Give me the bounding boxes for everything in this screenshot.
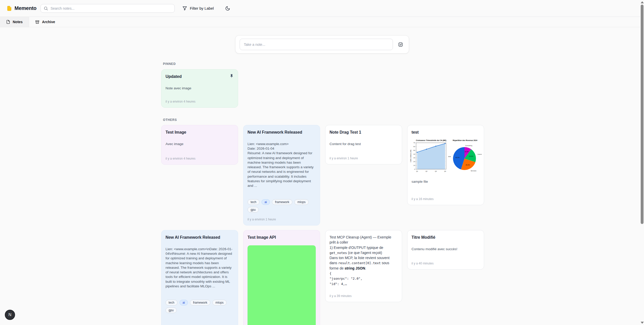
avatar-initial: N: [8, 313, 11, 317]
note-composer: [235, 35, 409, 53]
note-body: Test MCP Cleanup (Agent) — Exemple prêt …: [330, 235, 398, 286]
svg-text:Licences: Licences: [477, 153, 482, 155]
tag-pill[interactable]: framework: [272, 199, 292, 205]
filter-by-label-text: Filter by Label: [190, 6, 214, 10]
note-card-new-ai-framework-2[interactable]: New AI Framework Released Lien: <www.exa…: [161, 230, 238, 325]
user-avatar-button[interactable]: N: [5, 310, 15, 320]
tag-pill[interactable]: mlops: [212, 300, 227, 305]
scrollbar-down-arrow[interactable]: [641, 322, 644, 324]
notes-board: PINNED Updated Note avec image il y a en…: [161, 62, 484, 325]
note-timestamp: il y a environ 4 heures: [166, 95, 234, 103]
tab-notes[interactable]: Notes: [0, 17, 29, 27]
note-body: Contenu modifié avec succès!: [412, 247, 480, 251]
svg-text:10.0%: 10.0%: [464, 151, 469, 152]
note-attachment-image: [248, 245, 316, 325]
note-timestamp: il y a environ 4 heures: [166, 152, 234, 160]
main-tabs: Notes Archive: [0, 17, 644, 27]
note-timestamp: il y a environ 1 heure: [330, 152, 398, 160]
note-timestamp: il y a 39 minutes: [330, 290, 398, 298]
vertical-scrollbar: [640, 0, 644, 325]
note-title: test: [412, 130, 480, 135]
note-card-test[interactable]: test 010203040506070Q1Q2Q3Q4Croissance T…: [407, 125, 484, 205]
svg-text:Répartition des Revenus 2024: Répartition des Revenus 2024: [453, 139, 477, 142]
note-file-icon: [6, 20, 10, 24]
note-title: New AI Framework Released: [248, 130, 316, 135]
note-card-new-ai-framework-1[interactable]: New AI Framework Released Lien: <www.exa…: [243, 125, 320, 225]
note-body: Note avec image: [166, 86, 234, 91]
note-body: Lien: <www.example.com> Date: 2026-01-04…: [248, 142, 316, 188]
note-title: Note Drag Test 1: [330, 130, 398, 135]
note-body: Content for drag test: [330, 142, 398, 146]
others-grid: Test Image Avec image il y a environ 4 h…: [161, 125, 484, 325]
svg-text:Services: Services: [471, 170, 476, 172]
search-input[interactable]: [40, 4, 175, 13]
app-title: Memento: [15, 5, 36, 11]
svg-text:25.0%: 25.0%: [465, 164, 470, 166]
checklist-toggle-button[interactable]: [396, 40, 405, 49]
note-card-mcp-cleanup[interactable]: Test MCP Cleanup (Agent) — Exemple prêt …: [325, 230, 402, 302]
svg-text:Q4: Q4: [444, 171, 446, 172]
others-section-label: OTHERS: [163, 118, 484, 122]
note-title: Updated: [166, 74, 182, 79]
pinned-section-label: PINNED: [163, 62, 484, 66]
svg-text:20: 20: [413, 161, 415, 162]
tag-pill[interactable]: mlops: [294, 199, 309, 205]
scrollbar-up-arrow[interactable]: [641, 1, 644, 3]
svg-text:60: 60: [413, 146, 415, 147]
svg-text:Q1: Q1: [416, 171, 418, 172]
note-body: Avec image: [166, 142, 234, 146]
note-body: Lien: <www.example.com>\nDate: 2026-01-0…: [166, 247, 234, 289]
svg-text:Croissance Trimestrielle du CA: Croissance Trimestrielle du CA (M€): [416, 139, 446, 142]
tab-notes-label: Notes: [13, 20, 23, 24]
tag-list: techaiframeworkmlopsgpu: [166, 300, 234, 313]
note-timestamp: il y a 16 minutes: [412, 193, 480, 201]
note-timestamp: il y a environ 1 heure: [248, 213, 316, 221]
archive-icon: [35, 20, 39, 24]
tag-pill[interactable]: gpu: [248, 207, 259, 213]
svg-text:0: 0: [414, 168, 415, 170]
tag-pill[interactable]: framework: [190, 300, 210, 305]
note-timestamp: il y a 40 minutes: [412, 257, 480, 265]
line-chart-thumbnail: 010203040506070Q1Q2Q3Q4Croissance Trimes…: [409, 138, 448, 176]
note-title: Test Image API: [248, 235, 316, 240]
scrollbar-thumb[interactable]: [641, 5, 643, 224]
note-attachment-charts: 010203040506070Q1Q2Q3Q4Croissance Trimes…: [409, 138, 482, 176]
tag-pill[interactable]: ai: [180, 300, 188, 305]
note-timestamp: il y a environ 1 heure: [166, 320, 234, 325]
svg-text:Q3: Q3: [435, 171, 437, 172]
note-card-test-image[interactable]: Test Image Avec image il y a environ 4 h…: [161, 125, 238, 165]
tag-pill[interactable]: tech: [248, 199, 259, 205]
svg-text:50: 50: [413, 150, 415, 151]
pin-icon[interactable]: [229, 74, 234, 78]
take-a-note-input[interactable]: [240, 39, 393, 50]
svg-text:10: 10: [413, 165, 415, 166]
tag-list: techaiframeworkmlopsgpu: [248, 199, 316, 213]
note-title: Titre Modifié: [412, 235, 480, 240]
checkbox-icon: [398, 42, 403, 47]
moon-icon: [225, 6, 230, 11]
tag-pill[interactable]: gpu: [166, 307, 177, 313]
app-header: Memento Filter by Label: [0, 0, 644, 17]
note-body: sample file: [412, 179, 480, 184]
svg-text:30: 30: [413, 157, 415, 159]
note-card-updated[interactable]: Updated Note avec image il y a environ 4…: [161, 69, 238, 108]
note-card-titre-modifie[interactable]: Titre Modifié Contenu modifié avec succè…: [407, 230, 484, 270]
svg-text:40: 40: [413, 153, 415, 155]
svg-text:Consulting: Consulting: [465, 145, 472, 146]
note-card-drag-test[interactable]: Note Drag Test 1 Content for drag test i…: [325, 125, 402, 164]
search-box: [40, 4, 175, 13]
svg-text:Produits: Produits: [448, 156, 451, 157]
funnel-icon: [182, 6, 187, 11]
note-card-test-image-api[interactable]: Test Image API: [243, 230, 320, 325]
theme-toggle-button[interactable]: [224, 4, 232, 12]
svg-text:Chiffre d'affaires (M€): Chiffre d'affaires (M€): [410, 150, 412, 162]
tab-archive[interactable]: Archive: [29, 17, 61, 27]
pie-chart-thumbnail: 10.0%Consulting20.0%Licences25.0%Service…: [448, 138, 482, 176]
filter-by-label-button[interactable]: Filter by Label: [180, 4, 216, 12]
tag-pill[interactable]: tech: [166, 300, 177, 305]
tag-pill[interactable]: ai: [262, 199, 270, 205]
svg-text:70: 70: [413, 142, 415, 144]
svg-text:20.0%: 20.0%: [469, 156, 473, 157]
search-icon: [44, 6, 48, 11]
pinned-grid: Updated Note avec image il y a environ 4…: [161, 69, 484, 108]
